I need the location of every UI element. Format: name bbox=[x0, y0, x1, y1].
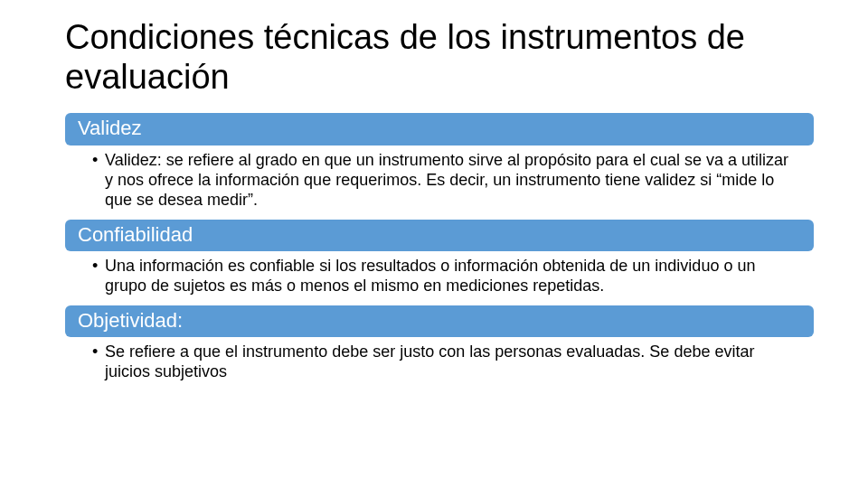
slide: Condiciones técnicas de los instrumentos… bbox=[0, 0, 868, 488]
section-header: Validez bbox=[65, 113, 814, 145]
list-item: • Una información es confiable si los re… bbox=[92, 257, 799, 296]
section-confiabilidad: Confiabilidad • Una información es confi… bbox=[65, 220, 814, 305]
section-validez: Validez • Validez: se refiere al grado e… bbox=[65, 113, 814, 219]
section-header: Objetividad: bbox=[65, 305, 814, 337]
bullet-text: Una información es confiable si los resu… bbox=[105, 257, 799, 296]
section-body: • Una información es confiable si los re… bbox=[65, 251, 814, 305]
bullet-text: Se refiere a que el instrumento debe ser… bbox=[105, 343, 799, 382]
list-item: • Se refiere a que el instrumento debe s… bbox=[92, 343, 799, 382]
bullet-icon: • bbox=[92, 151, 105, 211]
list-item: • Validez: se refiere al grado en que un… bbox=[92, 151, 799, 211]
section-body: • Validez: se refiere al grado en que un… bbox=[65, 145, 814, 220]
section-header: Confiabilidad bbox=[65, 220, 814, 251]
bullet-icon: • bbox=[92, 343, 105, 382]
bullet-text: Validez: se refiere al grado en que un i… bbox=[105, 151, 799, 211]
section-objetividad: Objetividad: • Se refiere a que el instr… bbox=[65, 305, 814, 391]
bullet-icon: • bbox=[92, 257, 105, 296]
section-body: • Se refiere a que el instrumento debe s… bbox=[65, 337, 814, 391]
page-title: Condiciones técnicas de los instrumentos… bbox=[65, 18, 814, 97]
